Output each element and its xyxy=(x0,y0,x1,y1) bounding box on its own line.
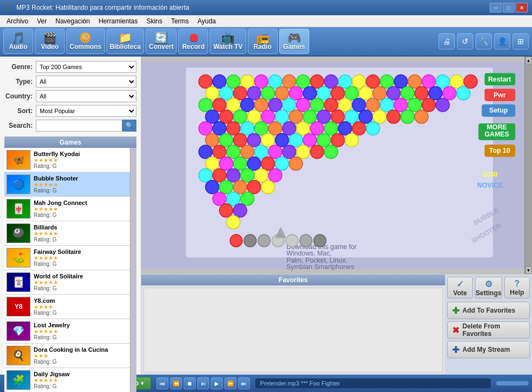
menu-ver[interactable]: Ver xyxy=(33,16,51,26)
svg-point-98 xyxy=(345,133,359,147)
menu-navegacion[interactable]: Navegación xyxy=(51,16,94,26)
scrollbar[interactable] xyxy=(130,148,136,392)
svg-point-74 xyxy=(415,110,428,123)
svg-point-78 xyxy=(241,122,254,135)
toolbar-games[interactable]: 🎮 Games xyxy=(279,29,309,54)
maximize-button[interactable]: □ xyxy=(503,3,515,13)
svg-point-88 xyxy=(205,133,219,147)
svg-point-89 xyxy=(220,133,233,147)
volume-slider[interactable] xyxy=(496,381,529,385)
toolbar-watch[interactable]: 📺 Watch TV xyxy=(210,29,246,54)
type-label: Type: xyxy=(4,78,36,85)
menu-ayuda[interactable]: Ayuda xyxy=(193,16,220,26)
svg-point-122 xyxy=(205,181,219,194)
svg-point-40 xyxy=(456,86,470,100)
game-grade: Rating: G xyxy=(34,285,134,291)
svg-point-59 xyxy=(205,110,219,123)
svg-point-53 xyxy=(366,98,380,112)
type-select[interactable]: All xyxy=(36,76,136,88)
menu-skins[interactable]: Skins xyxy=(142,16,166,26)
settings-button[interactable]: ⚙ Settings xyxy=(475,277,502,298)
toolbar-refresh-button[interactable]: ↺ xyxy=(457,33,473,49)
svg-point-34 xyxy=(373,86,386,100)
game-list-item[interactable]: 🍳 Dora Cooking in la Cucina ★★★ Rating: … xyxy=(4,344,136,368)
game-scrollbar[interactable]: ▲ ▼ xyxy=(524,57,532,274)
svg-text:GAMES: GAMES xyxy=(485,130,509,138)
svg-point-153 xyxy=(244,234,256,247)
toolbar-user-button[interactable]: 👤 xyxy=(494,33,510,49)
game-stars: ★★★★★ xyxy=(34,157,134,163)
svg-point-46 xyxy=(268,98,282,112)
game-list-item[interactable]: Y8 Y8.com ★★★★ Rating: G xyxy=(4,295,136,319)
toolbar-biblioteca[interactable]: 📁 Biblioteca xyxy=(107,29,144,54)
svg-point-56 xyxy=(408,98,422,112)
game-list-item[interactable]: 🔵 Bubble Shooter ★★★★★ Rating: G xyxy=(4,172,136,197)
stop-button[interactable]: ⏹ xyxy=(184,377,196,389)
game-grade: Rating: G xyxy=(34,261,134,267)
game-thumb: ⛳ xyxy=(7,248,30,267)
svg-point-48 xyxy=(297,98,310,112)
delete-favorites-label: Delete From Favorites xyxy=(462,322,525,338)
game-list-item[interactable]: 🀄 Mah Jong Connect ★★★★★ Rating: G xyxy=(4,197,136,221)
svg-point-118 xyxy=(227,169,240,182)
menu-herramientas[interactable]: Herramientas xyxy=(94,16,142,26)
sort-select[interactable]: Most Popular Newest Rating xyxy=(36,105,136,117)
svg-text:Restart: Restart xyxy=(488,76,511,83)
search-input[interactable] xyxy=(36,120,122,132)
svg-point-51 xyxy=(339,98,352,112)
toolbar-audio[interactable]: 🎵 Audio xyxy=(3,29,33,54)
toolbar-video[interactable]: 🎬 Video xyxy=(35,29,65,54)
add-favorites-button[interactable]: ✚ Add To Favorites xyxy=(447,302,530,319)
play-pause-button[interactable]: ⏯ xyxy=(197,377,209,389)
delete-favorites-button[interactable]: ✖ Delete From Favorites xyxy=(447,321,530,339)
minimize-button[interactable]: ─ xyxy=(490,3,502,13)
svg-point-21 xyxy=(464,75,478,89)
toolbar-settings-button[interactable]: 🔧 xyxy=(475,33,492,49)
vote-button[interactable]: ✓ Vote xyxy=(447,277,473,298)
game-viewer[interactable]: Restart Pwr Setup MORE GAMES Top 10 2030… xyxy=(141,57,532,274)
game-list-item[interactable]: ⛳ Fairway Solitaire ★★★★★ Rating: G xyxy=(4,246,136,270)
svg-point-55 xyxy=(394,98,408,112)
menubar: Archivo Ver Navegación Herramientas Skin… xyxy=(0,15,532,27)
close-button[interactable]: ✕ xyxy=(516,3,528,13)
game-name: Lost Jewelry xyxy=(34,322,134,328)
menu-terms[interactable]: Terms xyxy=(167,16,193,26)
sort-label: Sort: xyxy=(4,107,36,115)
toolbar-radio[interactable]: 📻 Radio xyxy=(248,29,278,54)
menu-archivo[interactable]: Archivo xyxy=(2,16,33,26)
help-button[interactable]: ? Help xyxy=(504,277,530,298)
game-list-item[interactable]: 🃏 World of Solitaire ★★★★★ Rating: G xyxy=(4,270,136,295)
rewind-button[interactable]: ⏪ xyxy=(170,377,182,389)
svg-point-23 xyxy=(220,86,233,100)
genre-select[interactable]: Top 200 Games Action Puzzle Sports xyxy=(36,61,136,73)
game-list-item[interactable]: 🎱 Billiards ★★★★★ Rating: G xyxy=(4,221,136,246)
toolbar-convert[interactable]: 🔄 Convert xyxy=(146,29,177,54)
toolbar-layout-button[interactable]: ⊞ xyxy=(512,33,529,49)
prev-button[interactable]: ⏮ xyxy=(157,377,168,389)
games-panel: Games 🦋 Butterfly Kyodai ★★★★★ Rating: G… xyxy=(4,136,136,392)
country-select[interactable]: All xyxy=(36,90,136,102)
fast-forward-button[interactable]: ⏩ xyxy=(224,377,236,389)
toolbar-print-button[interactable]: 🖨 xyxy=(439,33,455,49)
toolbar-radio-label: Radio xyxy=(253,43,271,51)
toolbar-commons[interactable]: © Commons xyxy=(66,29,105,54)
game-list-item[interactable]: 🧩 Daily Jigsaw ★★★★★ Rating: G xyxy=(4,368,136,392)
search-button[interactable]: 🔍 xyxy=(122,120,136,132)
game-list-item[interactable]: 💎 Lost Jewelry ★★★★★ Rating: G xyxy=(4,319,136,344)
toolbar-record[interactable]: ⏺ Record xyxy=(178,29,208,54)
svg-point-120 xyxy=(255,169,268,182)
biblioteca-icon: 📁 xyxy=(118,32,132,43)
game-stars: ★★★★★ xyxy=(34,377,134,383)
scroll-down-arrow[interactable]: ▼ xyxy=(525,266,532,274)
svg-point-50 xyxy=(324,98,338,112)
svg-point-154 xyxy=(258,234,271,247)
svg-point-106 xyxy=(297,145,310,159)
add-stream-button[interactable]: ✚ Add My Stream xyxy=(447,341,530,358)
game-list-item[interactable]: 🦋 Butterfly Kyodai ★★★★★ Rating: G xyxy=(4,148,136,172)
toolbar-record-label: Record xyxy=(182,43,204,51)
play-button[interactable]: ▶ xyxy=(211,377,223,389)
svg-point-79 xyxy=(255,122,268,135)
svg-point-116 xyxy=(199,169,212,182)
next-button[interactable]: ⏭ xyxy=(238,377,250,389)
scroll-up-arrow[interactable]: ▲ xyxy=(525,57,532,64)
